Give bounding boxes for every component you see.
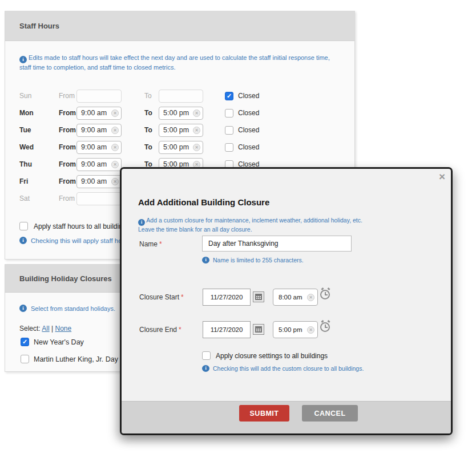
to-time-input[interactable]: 5:00 pm✕: [159, 107, 203, 120]
close-icon[interactable]: ×: [439, 171, 445, 182]
from-time-input[interactable]: 9:00 am✕: [76, 141, 122, 154]
from-label: From: [59, 92, 76, 100]
apply-closure-checkbox[interactable]: [202, 351, 211, 360]
name-info: i Name is limited to 255 characters.: [202, 257, 304, 264]
submit-button[interactable]: SUBMIT: [239, 405, 289, 422]
to-time-input[interactable]: 5:00 pm✕: [159, 124, 203, 137]
required-asterisk: *: [159, 240, 162, 248]
closed-checkbox[interactable]: [225, 126, 233, 135]
select-all-link[interactable]: All: [42, 325, 49, 333]
holiday-label: Martin Luther King, Jr. Day: [34, 355, 118, 363]
from-time-input[interactable]: 9:00 am✕: [76, 175, 122, 188]
staff-row-tue: Tue From 9:00 am✕ To 5:00 pm✕ Closed: [5, 121, 356, 139]
from-label: From: [59, 143, 76, 151]
staff-hours-title: Staff Hours: [19, 22, 59, 30]
cancel-button[interactable]: CANCEL: [302, 405, 358, 422]
closed-checkbox[interactable]: [225, 92, 233, 100]
add-closure-modal: × Add Additional Building Closure i Add …: [120, 167, 453, 435]
staff-row-wed: Wed From 9:00 am✕ To 5:00 pm✕ Closed: [5, 139, 356, 156]
staff-row-mon: Mon From 9:00 am✕ To 5:00 pm✕ Closed: [5, 104, 356, 121]
holiday-checkbox[interactable]: [21, 338, 29, 346]
clear-time-icon[interactable]: ✕: [307, 326, 314, 334]
to-time-input[interactable]: [159, 90, 203, 103]
info-icon: i: [138, 219, 145, 226]
holiday-row-mlk: Martin Luther King, Jr. Day: [21, 355, 118, 363]
start-calendar-icon[interactable]: [253, 291, 264, 302]
to-label: To: [144, 126, 159, 134]
clear-time-icon[interactable]: ✕: [193, 110, 200, 117]
from-label: From: [59, 126, 76, 134]
holiday-label: New Year's Day: [34, 338, 84, 346]
day-label: Fri: [19, 177, 59, 185]
closed-label: Closed: [238, 109, 259, 117]
start-time-input[interactable]: 8:00 am ✕: [273, 289, 318, 306]
holiday-row-new-years: New Year's Day: [21, 338, 84, 346]
select-links: Select: All | None: [19, 325, 71, 333]
from-time-input[interactable]: 9:00 am✕: [76, 158, 122, 171]
clear-time-icon[interactable]: ✕: [111, 178, 119, 185]
day-label: Tue: [19, 126, 59, 134]
apply-closure-info: i Checking this will add the custom clos…: [202, 365, 364, 372]
start-date-input[interactable]: 11/27/2020: [203, 289, 251, 306]
required-asterisk: *: [179, 326, 181, 334]
day-label: Thu: [19, 160, 59, 168]
day-label: Mon: [19, 109, 59, 117]
modal-footer: SUBMIT CANCEL: [122, 401, 451, 433]
clear-time-icon[interactable]: ✕: [111, 127, 119, 134]
closed-checkbox[interactable]: [225, 109, 233, 117]
closure-start-label: Closure Start*: [139, 293, 184, 301]
from-time-input[interactable]: 9:00 am✕: [76, 124, 122, 137]
info-icon: i: [19, 305, 27, 312]
apply-staff-hours-label: Apply staff hours to all buildings: [34, 222, 130, 230]
info-icon: i: [202, 257, 209, 264]
to-label: To: [144, 143, 159, 151]
clear-time-icon[interactable]: ✕: [111, 161, 119, 168]
from-time-input[interactable]: [76, 90, 122, 103]
start-clock-icon[interactable]: [320, 290, 331, 301]
info-icon: i: [202, 365, 209, 372]
day-label: Wed: [19, 143, 59, 151]
clear-time-icon[interactable]: ✕: [307, 294, 314, 301]
closed-label: Closed: [238, 92, 259, 100]
day-label: Sat: [19, 194, 59, 202]
from-label: From: [59, 109, 76, 117]
page: Staff Hours i Edits made to staff hours …: [0, 0, 476, 462]
clear-time-icon[interactable]: ✕: [111, 144, 119, 151]
staff-hours-header: Staff Hours: [5, 11, 354, 41]
name-label: Name*: [139, 240, 162, 248]
required-asterisk: *: [181, 293, 184, 301]
select-none-link[interactable]: None: [55, 325, 72, 333]
modal-title: Add Additional Building Closure: [138, 197, 269, 207]
from-label: From: [59, 160, 76, 168]
closed-checkbox[interactable]: [225, 143, 233, 152]
end-date-input[interactable]: 11/27/2020: [203, 321, 251, 338]
clear-time-icon[interactable]: ✕: [111, 110, 119, 117]
clear-time-icon[interactable]: ✕: [193, 127, 200, 134]
end-time-input[interactable]: 5:00 pm ✕: [273, 321, 318, 338]
from-label: From: [59, 194, 76, 202]
apply-closure-label: Apply closure settings to all buildings: [216, 352, 328, 360]
end-calendar-icon[interactable]: [253, 324, 264, 335]
link-separator: |: [51, 325, 53, 333]
staff-hours-info: i Edits made to staff hours will take ef…: [19, 54, 342, 72]
closed-label: Closed: [238, 126, 259, 134]
end-clock-icon[interactable]: [320, 322, 331, 333]
apply-closure-row: Apply closure settings to all buildings: [202, 351, 328, 360]
holiday-checkbox[interactable]: [21, 355, 29, 363]
to-label: To: [144, 109, 159, 117]
holiday-closures-title: Building Holiday Closures: [19, 274, 112, 283]
from-label: From: [59, 177, 76, 185]
staff-hours-info-text: Edits made to staff hours will take effe…: [19, 54, 330, 71]
to-time-input[interactable]: 5:00 pm✕: [159, 141, 203, 154]
to-label: To: [144, 92, 159, 100]
from-time-input[interactable]: 9:00 am✕: [76, 107, 122, 120]
from-time-input[interactable]: [76, 192, 122, 205]
closure-end-label: Closure End*: [139, 326, 181, 334]
name-input[interactable]: Day after Thanksgiving: [202, 236, 352, 252]
closed-label: Closed: [238, 143, 259, 151]
apply-staff-hours-row: Apply staff hours to all buildings: [19, 222, 130, 230]
clear-time-icon[interactable]: ✕: [193, 144, 200, 151]
day-label: Sun: [19, 92, 59, 100]
staff-row-sun: Sun From To Closed: [5, 87, 356, 104]
apply-staff-hours-checkbox[interactable]: [19, 222, 28, 230]
